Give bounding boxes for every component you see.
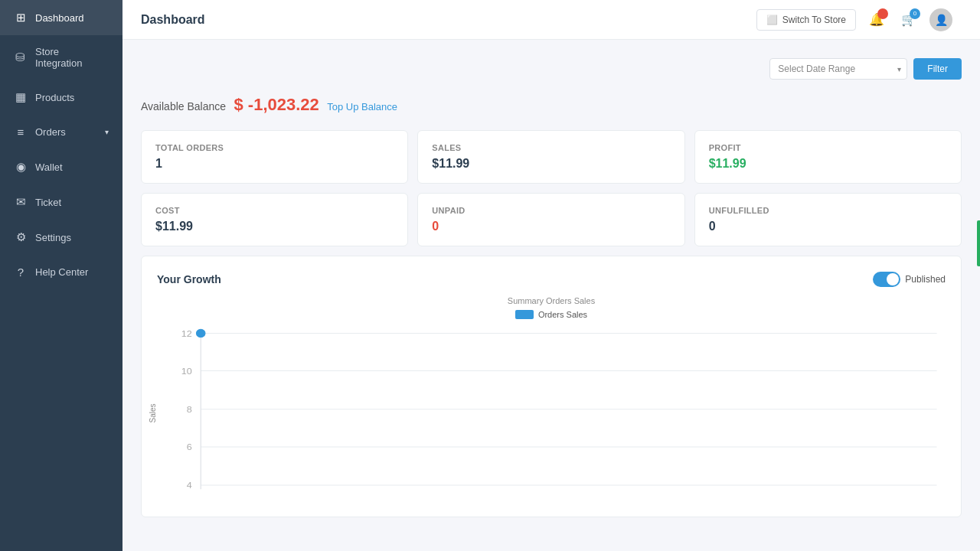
top-up-link[interactable]: Top Up Balance [327,101,397,112]
svg-point-11 [197,329,205,337]
store-integration-icon: ⛁ [14,51,28,64]
page-title: Dashboard [141,13,205,27]
stat-sales: SALES $11.99 [417,130,684,184]
sidebar-item-label: Dashboard [35,12,84,24]
svg-text:6: 6 [187,442,192,452]
wallet-icon: ◉ [14,160,28,174]
balance-label: Available Balance [141,100,226,112]
sidebar-item-label: Products [35,92,74,103]
chart-subtitle: Summary Orders Sales [157,296,946,305]
main-content: Dashboard ⬜ Switch To Store 🔔 🛒 0 👤 [122,0,980,551]
legend-label: Orders Sales [538,310,587,319]
stat-value-total-orders: 1 [155,157,394,171]
right-accent-bar [977,220,980,266]
help-icon: ? [14,266,28,279]
sidebar-item-label: Settings [35,232,71,243]
stat-value-unfulfilled: 0 [709,220,947,233]
settings-icon: ⚙ [14,230,28,244]
dashboard-icon: ⊞ [14,11,28,24]
chart-legend: Orders Sales [157,310,946,319]
svg-text:4: 4 [187,481,192,491]
stat-title-total-orders: TOTAL ORDERS [155,143,394,152]
switch-store-button[interactable]: ⬜ Switch To Store [756,9,856,31]
y-axis-label: Sales [149,403,157,422]
stats-row-2: COST $11.99 UNPAID 0 UNFULFILLED 0 [141,193,962,246]
sidebar-item-label: Orders [35,126,66,138]
sidebar-item-label: Store Integration [35,46,109,69]
toggle-wrap: Published [873,272,946,287]
orders-icon: ≡ [14,126,28,139]
cart-button[interactable]: 🛒 0 [897,8,920,31]
stat-cost: COST $11.99 [141,193,408,246]
stat-unfulfilled: UNFULFILLED 0 [694,193,962,246]
sidebar-item-dashboard[interactable]: ⊞ Dashboard [0,0,122,35]
date-range-wrapper: Select Date Range Last 7 days Last 30 da… [769,58,907,80]
switch-store-icon: ⬜ [766,15,778,25]
stat-total-orders: TOTAL ORDERS 1 [141,130,408,184]
sidebar-item-label: Ticket [35,197,61,208]
stat-value-cost: $11.99 [155,220,394,233]
toggle-label: Published [905,274,946,285]
sidebar-item-help-center[interactable]: ? Help Center [0,255,122,289]
sidebar: ⊞ Dashboard ⛁ Store Integration ▦ Produc… [0,0,122,551]
ticket-icon: ✉ [14,195,28,209]
switch-store-label: Switch To Store [782,15,846,25]
growth-card: Your Growth Published Summary Orders Sal… [141,256,962,517]
stat-unpaid: UNPAID 0 [417,193,684,246]
filter-bar: Select Date Range Last 7 days Last 30 da… [141,58,962,80]
chevron-down-icon: ▾ [105,128,109,136]
stat-title-cost: COST [155,206,394,215]
stat-value-profit: $11.99 [709,157,947,171]
stat-value-unpaid: 0 [432,220,670,233]
svg-text:8: 8 [187,404,192,414]
date-range-select[interactable]: Select Date Range Last 7 days Last 30 da… [769,58,907,80]
chart-area: 12 10 8 6 4 Sales [157,325,946,501]
notification-badge [877,8,888,19]
sidebar-item-label: Wallet [35,161,63,173]
avatar[interactable]: 👤 [929,8,952,31]
sidebar-item-ticket[interactable]: ✉ Ticket [0,184,122,220]
sidebar-item-label: Help Center [35,266,88,278]
balance-amount: $ -1,023.22 [234,95,319,114]
stats-row-1: TOTAL ORDERS 1 SALES $11.99 PROFIT $11.9… [141,130,962,184]
cart-badge: 0 [910,8,920,19]
svg-text:12: 12 [181,328,192,338]
dashboard-content: Select Date Range Last 7 days Last 30 da… [122,40,980,551]
user-icon: 👤 [935,14,948,26]
published-toggle[interactable] [873,272,900,287]
stat-profit: PROFIT $11.99 [694,130,962,184]
sidebar-item-orders[interactable]: ≡ Orders ▾ [0,115,122,149]
growth-header: Your Growth Published [157,272,946,287]
legend-color [515,310,534,319]
balance-section: Available Balance $ -1,023.22 Top Up Bal… [141,95,962,115]
sidebar-item-settings[interactable]: ⚙ Settings [0,220,122,255]
stat-title-unfulfilled: UNFULFILLED [709,206,947,215]
topbar: Dashboard ⬜ Switch To Store 🔔 🛒 0 👤 [122,0,980,40]
filter-button[interactable]: Filter [913,58,962,80]
svg-text:10: 10 [181,366,192,376]
sidebar-item-products[interactable]: ▦ Products [0,80,122,115]
sidebar-item-wallet[interactable]: ◉ Wallet [0,149,122,184]
growth-title: Your Growth [157,273,221,285]
sidebar-item-store-integration[interactable]: ⛁ Store Integration [0,35,122,80]
stat-title-profit: PROFIT [709,143,947,152]
stat-title-unpaid: UNPAID [432,206,670,215]
topbar-right: ⬜ Switch To Store 🔔 🛒 0 👤 [756,8,962,31]
products-icon: ▦ [14,90,28,104]
stat-value-sales: $11.99 [432,157,670,171]
notification-button[interactable]: 🔔 [865,8,888,31]
growth-chart: 12 10 8 6 4 [157,325,946,501]
stat-title-sales: SALES [432,143,670,152]
